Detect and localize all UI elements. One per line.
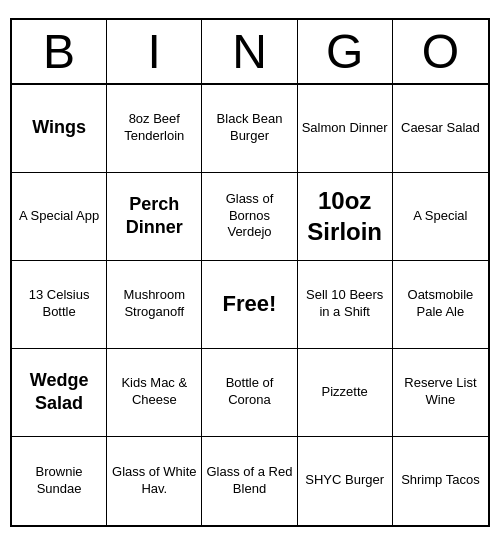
bingo-cell: Pizzette [298, 349, 393, 437]
bingo-cell: Kids Mac & Cheese [107, 349, 202, 437]
bingo-cell: A Special App [12, 173, 107, 261]
bingo-grid: Wings8oz Beef TenderloinBlack Bean Burge… [12, 85, 488, 525]
header-letter: G [298, 20, 393, 83]
bingo-cell: Glass of Bornos Verdejo [202, 173, 297, 261]
header-letter: N [202, 20, 297, 83]
bingo-cell: A Special [393, 173, 488, 261]
bingo-cell: Wedge Salad [12, 349, 107, 437]
bingo-cell: Glass of White Hav. [107, 437, 202, 525]
header-letter: B [12, 20, 107, 83]
bingo-cell: Bottle of Corona [202, 349, 297, 437]
bingo-cell: Perch Dinner [107, 173, 202, 261]
bingo-cell: Brownie Sundae [12, 437, 107, 525]
bingo-cell: Oatsmobile Pale Ale [393, 261, 488, 349]
bingo-cell: Shrimp Tacos [393, 437, 488, 525]
header-letter: O [393, 20, 488, 83]
bingo-cell: Black Bean Burger [202, 85, 297, 173]
bingo-cell: Reserve List Wine [393, 349, 488, 437]
bingo-cell: Salmon Dinner [298, 85, 393, 173]
bingo-cell: 13 Celsius Bottle [12, 261, 107, 349]
bingo-cell: SHYC Burger [298, 437, 393, 525]
bingo-cell: Wings [12, 85, 107, 173]
bingo-cell: Sell 10 Beers in a Shift [298, 261, 393, 349]
bingo-cell: 10oz Sirloin [298, 173, 393, 261]
header-letter: I [107, 20, 202, 83]
bingo-cell: Glass of a Red Blend [202, 437, 297, 525]
bingo-header: BINGO [12, 20, 488, 85]
bingo-cell: Free! [202, 261, 297, 349]
bingo-card: BINGO Wings8oz Beef TenderloinBlack Bean… [10, 18, 490, 527]
bingo-cell: Caesar Salad [393, 85, 488, 173]
bingo-cell: 8oz Beef Tenderloin [107, 85, 202, 173]
bingo-cell: Mushroom Stroganoff [107, 261, 202, 349]
